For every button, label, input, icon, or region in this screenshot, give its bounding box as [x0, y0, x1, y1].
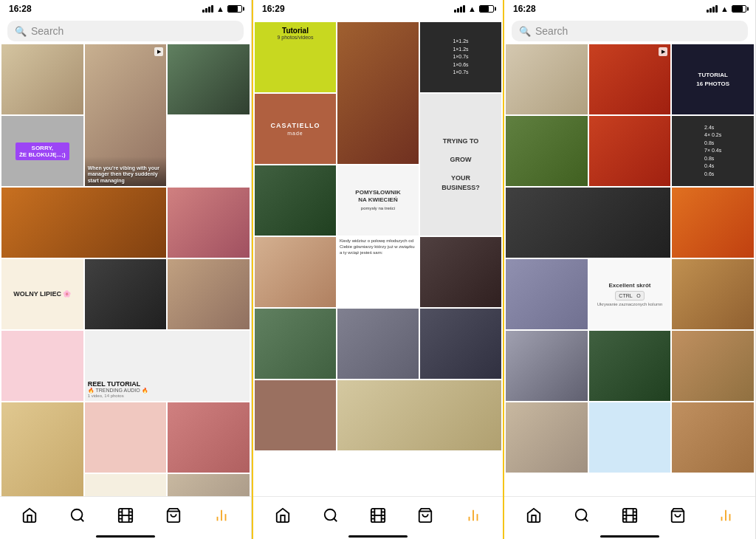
status-icons-left: ▲	[202, 4, 242, 13]
grid-right: ▶ TUTORIAL16 PHOTOS 2.4s4× 0.2s0.8s7× 0.…	[504, 44, 755, 496]
nav-shop-middle[interactable]	[416, 506, 435, 525]
cell-sorry[interactable]: SORRY,ŻE BLOKUJĘ...;)	[1, 116, 83, 186]
cell-waffle[interactable]	[672, 331, 754, 401]
cell-food-pie[interactable]	[337, 22, 419, 164]
battery-middle	[479, 5, 494, 13]
cell-woman-video[interactable]: When you're vibing with your manager the…	[85, 44, 167, 186]
cell-dog[interactable]	[506, 44, 588, 114]
nav-reel-left[interactable]	[116, 506, 135, 525]
cell-nails[interactable]	[1, 188, 166, 258]
cell-outdoor[interactable]	[506, 116, 588, 186]
nav-shop-right[interactable]	[668, 506, 687, 525]
search-icon-left: 🔍	[15, 26, 27, 37]
cell-interior[interactable]	[337, 380, 501, 450]
nav-audio-right[interactable]	[716, 506, 735, 525]
nav-search-left[interactable]	[68, 506, 87, 525]
time-left: 16:28	[9, 4, 32, 14]
cell-sunset[interactable]	[672, 188, 754, 258]
nav-search-middle[interactable]	[321, 506, 340, 525]
bottom-nav-right	[504, 496, 755, 533]
cell-extra3[interactable]	[85, 474, 167, 496]
status-bar-right: 16:28 ▲	[504, 0, 755, 18]
status-bar-left: 16:28 ▲	[0, 0, 251, 18]
nav-home-left[interactable]	[20, 506, 39, 525]
nav-home-right[interactable]	[524, 506, 543, 525]
wifi-left: ▲	[216, 4, 224, 13]
cell-timings[interactable]: 2.4s4× 0.2s0.8s7× 0.4s0.8s0.4s0.6s	[672, 116, 754, 186]
cell-couple[interactable]	[168, 44, 250, 114]
svg-point-28	[576, 509, 587, 520]
signal-left	[202, 5, 213, 13]
cell-extra4[interactable]	[168, 474, 250, 496]
cell-food4[interactable]	[589, 116, 671, 186]
cell-breadsticks[interactable]	[672, 259, 754, 329]
grid-middle: Tutorial 9 photos/videos 1×1.2s1×1.2s1×0…	[253, 22, 503, 496]
svg-point-0	[72, 509, 83, 520]
cell-ratios[interactable]: 1×1.2s1×1.2s1×0.7s1×0.6s1×0.7s	[420, 22, 501, 92]
signal-right	[707, 5, 718, 13]
cell-woman4[interactable]	[506, 402, 588, 473]
cell-casatiello[interactable]: CASATIELLOmade	[255, 94, 336, 164]
cell-tutorial2[interactable]: TUTORIAL16 PHOTOS	[672, 44, 754, 114]
video-icon-r1: ▶	[659, 47, 667, 56]
battery-left	[227, 5, 242, 13]
nav-home-middle[interactable]	[273, 506, 292, 525]
nav-search-right[interactable]	[572, 506, 591, 525]
phone-middle: 16:29 ▲ Tutorial 9 photos/videos 1×1	[252, 0, 504, 539]
cell-wolny[interactable]: WOLNY LIPIEC 🌸	[1, 259, 83, 329]
grid-left: When you're vibing with your manager the…	[0, 44, 251, 496]
svg-line-15	[334, 518, 337, 521]
search-bar-right[interactable]: 🔍 Search	[512, 21, 748, 41]
cell-excellent[interactable]: Excellent skrót CTRL O Ukrywanie zaznacz…	[589, 259, 671, 329]
cell-kitchen[interactable]	[1, 44, 83, 114]
cell-trying[interactable]: TRYING TOGROWYOURBUSINESS?	[420, 94, 501, 236]
status-icons-right: ▲	[707, 4, 746, 13]
cell-cathedral[interactable]	[506, 331, 588, 401]
wifi-middle: ▲	[468, 4, 476, 13]
cell-pomyslownik[interactable]: POMYSŁOWNIKNA KWIECIEŃpomysły na treści	[337, 165, 419, 236]
nav-shop-left[interactable]	[164, 506, 183, 525]
bottom-nav-middle	[253, 496, 503, 533]
video-icon-1: ▶	[154, 47, 163, 56]
cell-cake[interactable]	[672, 402, 754, 473]
cell-extra2[interactable]	[168, 402, 250, 473]
status-icons-middle: ▲	[454, 4, 494, 13]
nav-reel-middle[interactable]	[368, 506, 388, 525]
cell-leaf2[interactable]	[589, 331, 671, 401]
nav-audio-left[interactable]	[212, 506, 231, 525]
cell-camera[interactable]	[420, 309, 501, 379]
cell-pink-nails[interactable]	[1, 331, 83, 401]
cell-lens2[interactable]	[506, 188, 670, 258]
phone-right: 16:28 ▲ 🔍 Search ▶ TUTORIAL16 PHOTOS	[504, 0, 756, 539]
phone-left: 16:28 ▲ 🔍 Search When you're vibing with…	[0, 0, 252, 539]
cell-relationship[interactable]: Kiedy widzisz o połowę młodszych od Cieb…	[337, 237, 419, 307]
cell-lens1[interactable]	[85, 259, 167, 329]
nav-audio-middle[interactable]	[464, 506, 483, 525]
search-label-left: Search	[31, 25, 63, 37]
cell-group[interactable]	[255, 309, 336, 379]
status-bar-middle: 16:29 ▲	[253, 0, 503, 18]
cell-black-woman[interactable]	[420, 237, 501, 307]
cell-flowers[interactable]	[168, 188, 250, 258]
cell-food3[interactable]: ▶	[589, 44, 671, 114]
time-middle: 16:29	[262, 4, 285, 14]
cell-plants[interactable]	[255, 165, 336, 236]
nav-reel-right[interactable]	[620, 506, 639, 525]
search-icon-right: 🔍	[519, 26, 531, 37]
svg-line-1	[80, 518, 83, 521]
cell-tutorial[interactable]: Tutorial 9 photos/videos	[255, 22, 336, 92]
cell-horse[interactable]	[255, 380, 336, 450]
signal-middle	[454, 5, 465, 13]
search-bar-left[interactable]: 🔍 Search	[7, 21, 244, 41]
search-label-right: Search	[535, 25, 568, 37]
cell-blonde2[interactable]	[1, 402, 83, 496]
cell-paris[interactable]	[337, 309, 419, 379]
svg-point-14	[324, 509, 335, 520]
cell-city[interactable]	[506, 259, 588, 329]
cell-reel[interactable]: REEL TUTORIAL 🔥 TRENDING AUDIO 🔥 1 video…	[85, 331, 250, 401]
cell-woman-portrait[interactable]	[255, 237, 336, 307]
cell-sky[interactable]	[589, 402, 671, 473]
cell-extra1[interactable]	[85, 402, 167, 473]
wifi-right: ▲	[721, 4, 729, 13]
cell-model[interactable]	[168, 259, 250, 329]
